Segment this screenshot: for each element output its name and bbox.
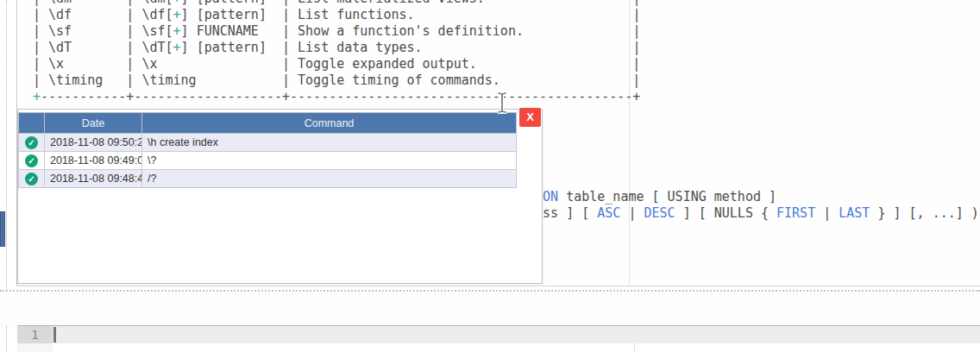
command-history-table: Date Command ✓2018-11-08 09:50:20\h crea… [18,112,517,188]
left-scrollbar-thumb[interactable] [0,211,5,247]
sql-editor-input[interactable] [53,326,980,343]
success-check-icon: ✓ [25,154,38,167]
history-date-cell: 2018-11-08 09:48:41 [45,170,142,188]
history-row[interactable]: ✓2018-11-08 09:48:41/? [19,170,517,188]
sql-console-window: | \dm | \dm[+] [pattern] | List material… [0,0,980,352]
history-status-column-header [19,113,45,134]
psql-help-table-output: | \dm | \dm[+] [pattern] | List material… [33,0,640,105]
editor-print-margin [634,343,635,352]
history-row[interactable]: ✓2018-11-08 09:49:09\? [19,152,517,170]
history-command-cell: \? [142,152,517,170]
editor-caret [53,327,56,343]
success-check-icon: ✓ [25,136,38,149]
query-toolbar: Autocommit Idle Start time: 11/08/2018 0… [0,292,980,325]
close-popup-button[interactable]: X [519,108,541,127]
history-row[interactable]: ✓2018-11-08 09:50:20\h create index [19,134,517,152]
history-command-column-header: Command [142,113,517,134]
command-history-popup: Date Command ✓2018-11-08 09:50:20\h crea… [17,109,543,284]
editor-gutter [17,343,53,352]
success-check-icon: ✓ [25,173,38,185]
editor-line-number: 1 [17,326,53,343]
history-command-cell: /? [142,170,517,188]
text-cursor-pointer [496,91,508,115]
history-date-column-header: Date [45,113,142,134]
history-date-cell: 2018-11-08 09:49:09 [45,152,142,170]
history-date-cell: 2018-11-08 09:50:20 [45,134,142,152]
history-command-cell: \h create index [142,134,517,152]
